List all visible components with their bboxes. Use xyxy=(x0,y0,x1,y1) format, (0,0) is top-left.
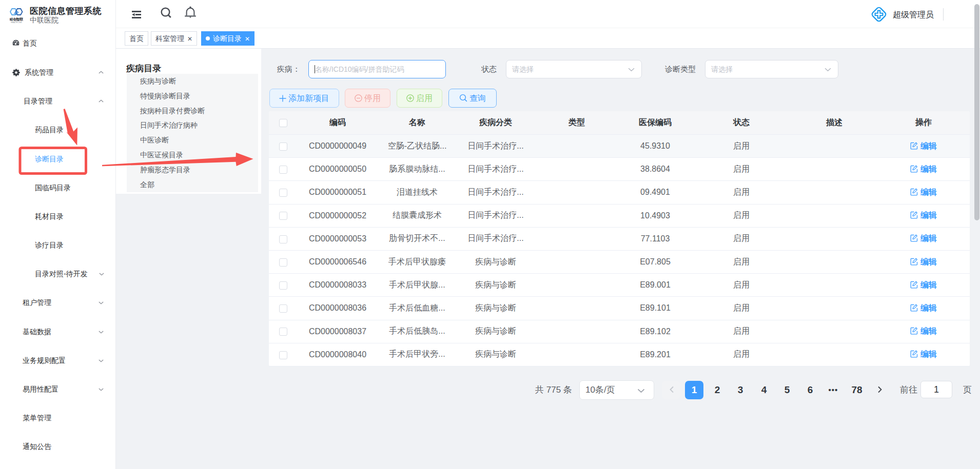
svg-text:HEALTH LINK: HEALTH LINK xyxy=(11,22,22,24)
svg-text:经创智联: 经创智联 xyxy=(10,17,23,22)
